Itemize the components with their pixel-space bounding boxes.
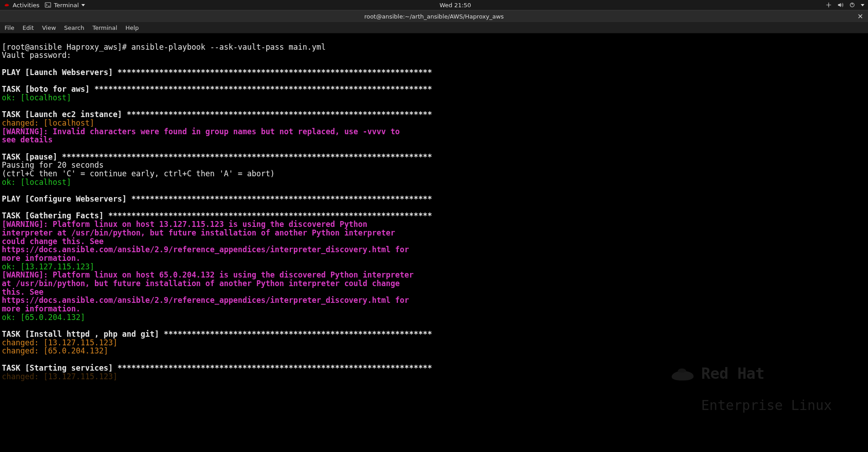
command: ansible-playbook --ask-vault-pass main.y…: [132, 42, 326, 52]
svg-rect-0: [45, 3, 51, 8]
terminal-menubar: File Edit View Search Terminal Help: [0, 23, 868, 33]
warning-line: https://docs.ansible.com/ansible/2.9/ref…: [2, 245, 409, 254]
task-header: TASK [Starting services] ***************…: [2, 363, 432, 372]
topbar-clock[interactable]: Wed 21:50: [439, 2, 471, 9]
redhat-watermark: Red Hat Enterprise Linux: [670, 348, 832, 429]
network-icon: [826, 2, 832, 8]
status-changed-partial: changed: [13.127.115.123]: [2, 372, 118, 381]
status-ok: ok: [13.127.115.123]: [2, 262, 94, 271]
watermark-line2: Enterprise Linux: [701, 398, 832, 413]
gnome-topbar: Activities Terminal Wed 21:50: [0, 0, 868, 10]
status-ok: ok: [65.0.204.132]: [2, 313, 85, 322]
status-ok: ok: [localhost]: [2, 93, 71, 102]
menu-help[interactable]: Help: [125, 24, 139, 31]
clock-label: Wed 21:50: [439, 2, 471, 9]
chevron-down-icon: [81, 4, 85, 6]
task-header: TASK [boto for aws] ********************…: [2, 85, 432, 94]
warning-line: see details: [2, 135, 53, 144]
output-line: Pausing for 20 seconds: [2, 160, 104, 170]
activities-button[interactable]: Activities: [4, 2, 39, 9]
task-header: TASK [pause] ***************************…: [2, 152, 432, 161]
warning-line: [WARNING]: Platform linux on host 65.0.2…: [2, 270, 414, 279]
watermark-line1: Red Hat: [701, 365, 764, 382]
system-status-area[interactable]: [826, 2, 864, 8]
output-line: (ctrl+C then 'C' = continue early, ctrl+…: [2, 169, 275, 178]
close-icon: [858, 14, 863, 19]
status-ok: ok: [localhost]: [2, 178, 71, 187]
volume-icon: [837, 2, 844, 8]
warning-line: https://docs.ansible.com/ansible/2.9/ref…: [2, 296, 409, 305]
power-icon: [849, 2, 855, 8]
app-menu-label: Terminal: [54, 2, 79, 9]
warning-line: this. See: [2, 287, 43, 297]
vault-prompt: Vault password:: [2, 51, 76, 60]
menu-search[interactable]: Search: [64, 24, 85, 31]
window-title: root@ansible:~/arth_ansible/AWS/Haproxy_…: [364, 13, 504, 20]
warning-line: could change this. See: [2, 237, 104, 246]
menu-view[interactable]: View: [42, 24, 56, 31]
menu-terminal[interactable]: Terminal: [92, 24, 117, 31]
window-titlebar[interactable]: root@ansible:~/arth_ansible/AWS/Haproxy_…: [0, 10, 868, 23]
play-header: PLAY [Configure Webservers] ************…: [2, 194, 432, 203]
warning-line: [WARNING]: Invalid characters were found…: [2, 127, 400, 136]
app-menu-terminal[interactable]: Terminal: [45, 2, 85, 9]
warning-line: at /usr/bin/python, but future installat…: [2, 279, 400, 288]
window-close-button[interactable]: [856, 12, 864, 20]
warning-line: interpreter at /usr/bin/python, but futu…: [2, 228, 395, 237]
task-header: TASK [Gathering Facts] *****************…: [2, 211, 432, 220]
status-changed: changed: [localhost]: [2, 118, 94, 127]
status-changed: changed: [13.127.115.123]: [2, 338, 118, 347]
task-header: TASK [Launch ec2 instance] *************…: [2, 110, 432, 119]
status-changed: changed: [65.0.204.132]: [2, 346, 108, 355]
terminal-viewport[interactable]: [root@ansible Haproxy_aws]# ansible-play…: [0, 33, 868, 452]
activities-label: Activities: [13, 2, 39, 9]
warning-line: [WARNING]: Platform linux on host 13.127…: [2, 220, 368, 229]
menu-edit[interactable]: Edit: [23, 24, 34, 31]
menu-file[interactable]: File: [5, 24, 14, 31]
redhat-logo-icon: [4, 2, 10, 8]
warning-line: more information.: [2, 304, 80, 313]
svg-point-1: [828, 4, 829, 5]
chevron-down-icon: [861, 4, 864, 6]
terminal-app-icon: [45, 2, 51, 8]
redhat-hat-icon: [670, 364, 695, 382]
play-header: PLAY [Launch Webservers] ***************…: [2, 68, 432, 77]
task-header: TASK [Install httpd , php and git] *****…: [2, 330, 432, 339]
warning-line: more information.: [2, 254, 80, 263]
prompt: [root@ansible Haproxy_aws]#: [2, 42, 132, 52]
